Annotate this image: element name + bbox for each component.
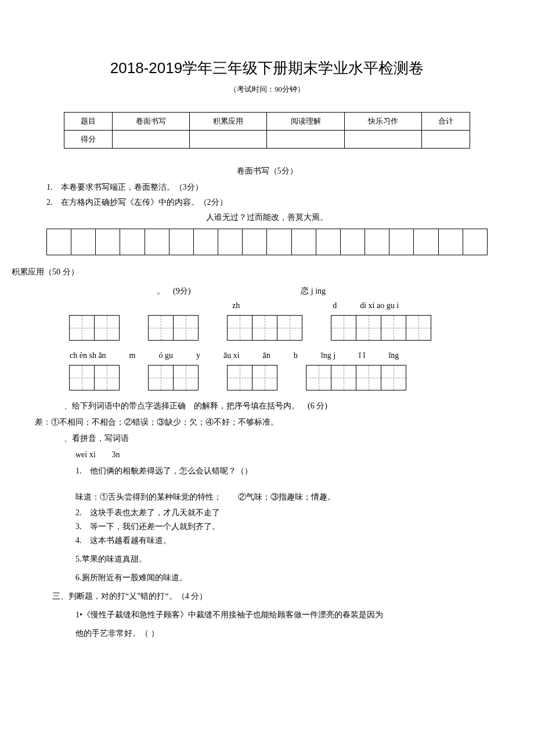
- char-box: [306, 365, 331, 390]
- th-topic: 题目: [64, 113, 113, 131]
- judge-item-1a: 1•《慢性子裁缝和急性子顾客》中裁缝不用接袖子也能给顾客做一件漂亮的春装是因为: [75, 607, 522, 622]
- td-blank: [267, 131, 344, 149]
- td-blank: [113, 131, 190, 149]
- td-blank: [344, 131, 421, 149]
- char-box: [381, 365, 406, 390]
- pinyin-text: y: [196, 351, 200, 360]
- th-composition: 快乐习作: [344, 113, 421, 131]
- char-box: [331, 315, 356, 341]
- zuozhuan-quote: 人谁无过？过而能改，善莫大焉。: [12, 212, 522, 223]
- char-box: [356, 315, 381, 341]
- writing-req-2: 2. 在方格内正确抄写《左传》中的内容。（2分）: [46, 197, 522, 208]
- section-writing-title: 卷面书写（5分）: [12, 166, 522, 176]
- pinyin-row-b: zh d di xi ao gu i: [70, 301, 522, 310]
- char-box-row-1: [70, 315, 522, 341]
- judge-item-1b: 他的手艺非常好。（ ）: [75, 626, 522, 641]
- copy-grid: [46, 229, 488, 255]
- pinyin-text: b: [294, 351, 298, 360]
- char-box: [94, 315, 120, 341]
- pinyin-text: 恋 j ing: [301, 286, 326, 296]
- pinyin-text: īng j: [321, 351, 335, 360]
- pinyin-text: m: [129, 351, 136, 360]
- page-title: 2018-2019学年三年级下册期末学业水平检测卷: [12, 58, 522, 78]
- char-box: [94, 365, 120, 390]
- definition-cha: 差：①不相同；不相合；②错误；③缺少；欠；④不好；不够标准。: [35, 417, 522, 428]
- th-writing: 卷面书写: [113, 113, 190, 131]
- char-box: [173, 365, 199, 390]
- char-box-group: [306, 365, 406, 390]
- char-box: [227, 365, 252, 390]
- q2-title: 、给下列词语中的带点字选择正确 的解释，把序号填在括号内。 (6 分): [64, 401, 522, 411]
- definition-weidao: 味道：①舌头尝得到的某种味觉的特性； ②气味；③指趣味；情趣。: [75, 490, 522, 504]
- section-accum-title: 积累应用（50 分）: [12, 267, 522, 277]
- pinyin-text: īng: [388, 351, 399, 360]
- writing-req-1: 1. 本卷要求书写端正，卷面整洁。（3分）: [46, 182, 522, 193]
- char-box-group: [70, 315, 120, 341]
- td-score-label: 得分: [64, 131, 113, 149]
- char-box: [252, 315, 277, 341]
- pinyin-text: ch èn sh ān: [70, 351, 106, 360]
- pinyin-text: ān: [263, 351, 270, 360]
- char-box: [406, 315, 431, 341]
- pinyin-row-a: 。 (9分) 恋 j ing: [70, 286, 522, 296]
- char-box: [381, 315, 406, 341]
- score-table: 题目 卷面书写 积累应用 阅读理解 快乐习作 合计 得分: [64, 112, 470, 149]
- q1b-pinyin: wei xi 3n: [75, 450, 522, 460]
- char-box-group: [149, 315, 199, 341]
- q1b-title: 、看拼音，写词语: [64, 433, 522, 444]
- char-box: [227, 315, 252, 341]
- th-accum: 积累应用: [190, 113, 267, 131]
- item-3: 3. 等一下，我们还差一个人就到齐了。: [75, 522, 522, 532]
- char-box-group: [228, 315, 302, 341]
- char-box: [252, 365, 277, 390]
- char-box-group: [149, 365, 199, 390]
- pinyin-text: di xi ao gu i: [360, 301, 399, 310]
- pinyin-text: āu xi: [223, 351, 240, 360]
- char-box: [69, 365, 95, 390]
- char-box: [148, 315, 174, 341]
- char-box: [277, 315, 302, 341]
- item-1: 1. 他们俩的相貌差得远了，怎么会认错呢？（）: [75, 464, 522, 478]
- char-box: [331, 365, 356, 390]
- char-box: [173, 315, 199, 341]
- td-blank: [190, 131, 267, 149]
- th-total: 合计: [421, 113, 470, 131]
- pinyin-text: ó gu: [158, 351, 173, 360]
- th-reading: 阅读理解: [267, 113, 344, 131]
- char-box: [356, 365, 381, 390]
- pinyin-text: d: [333, 301, 337, 310]
- char-box-group: [70, 365, 120, 390]
- item-4: 4. 这本书越看越有味道。: [75, 536, 522, 546]
- item-6: 6.厕所附近有一股难闻的味道。: [75, 573, 522, 583]
- item-2: 2. 这块手表也太差了，才几天就不走了: [75, 508, 522, 518]
- char-box: [148, 365, 174, 390]
- item-5: 5.苹果的味道真甜。: [75, 554, 522, 565]
- char-box: [69, 315, 95, 341]
- pinyin-text: 。 (9分): [157, 286, 190, 296]
- table-row: 得分: [64, 131, 470, 149]
- pinyin-text: zh: [232, 301, 240, 310]
- td-blank: [421, 131, 470, 149]
- char-box-row-2: [70, 365, 522, 390]
- pinyin-text: ī l: [359, 351, 365, 360]
- table-row: 题目 卷面书写 积累应用 阅读理解 快乐习作 合计: [64, 113, 470, 131]
- pinyin-row-c: ch èn sh ān m ó gu y āu xi ān b īng j ī …: [70, 351, 522, 360]
- exam-duration: （考试时间：90分钟）: [12, 84, 522, 95]
- char-box-group: [331, 315, 431, 341]
- char-box-group: [228, 365, 277, 390]
- section-judge-title: 三、判断题，对的打“乂”错的打“。（4 分）: [52, 591, 522, 602]
